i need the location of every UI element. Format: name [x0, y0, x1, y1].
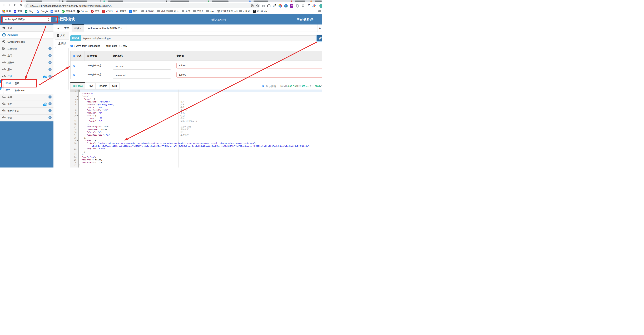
svg-text:API: API	[3, 62, 5, 63]
svg-text:{...}: {...}	[267, 5, 270, 7]
svg-text:24: 24	[254, 12, 255, 12]
svg-text:API: API	[3, 69, 5, 70]
svg-text:文: 文	[252, 6, 254, 7]
svg-text:API: API	[3, 96, 5, 98]
svg-text:API: API	[3, 76, 5, 76]
svg-text:译: 译	[51, 11, 53, 12]
svg-text:API: API	[3, 117, 5, 118]
svg-text:b: b	[26, 10, 27, 12]
svg-text:API: API	[3, 110, 5, 111]
svg-text:API: API	[3, 55, 5, 56]
svg-text:英: 英	[275, 4, 276, 6]
svg-text:API: API	[3, 103, 5, 104]
